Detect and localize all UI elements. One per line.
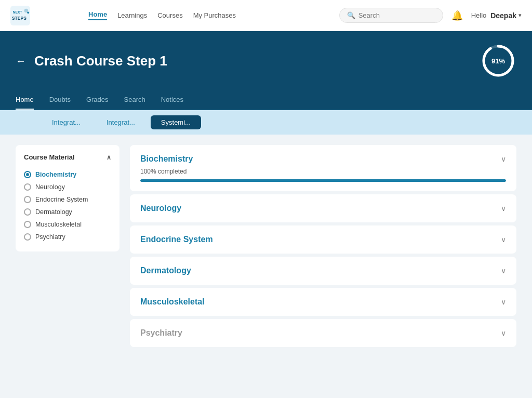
sidebar-item-biochemistry[interactable]: Biochemistry [24,168,111,181]
course-item-biochemistry[interactable]: Biochemistry ∨ 100% completed [130,145,516,191]
svg-point-4 [27,11,29,14]
course-item-dermatology[interactable]: Dermatology ∨ [130,257,516,285]
nav-right: 🔍 🔔 Hello Deepak ▾ [339,8,522,23]
course-item-title-neurology: Neurology [140,204,181,213]
nav-home[interactable]: Home [88,10,107,20]
sidebar-collapse-icon[interactable]: ∧ [107,154,111,161]
sidebar: Course Material ∧ Biochemistry Neurology… [16,145,119,251]
radio-dermatology [24,208,31,216]
chevron-right-neurology: ∨ [501,204,506,213]
user-name: Deepak [488,11,516,20]
logo[interactable]: NEXT STEPS [10,6,83,25]
course-title: Crash Course Step 1 [34,53,167,69]
course-header: ← Crash Course Step 1 91% [0,31,532,90]
tab-2[interactable]: Systemi... [151,115,201,129]
nav-purchases[interactable]: My Purchases [193,11,236,19]
radio-neurology [24,183,31,191]
sub-nav-home[interactable]: Home [16,90,34,110]
course-item-title-endocrine: Endocrine System [140,235,213,244]
user-greeting: Hello [471,11,487,19]
course-list: Biochemistry ∨ 100% completed Neurology … [130,145,516,398]
tab-1[interactable]: Integrat... [96,115,145,129]
nav-courses[interactable]: Courses [157,11,182,19]
svg-text:NEXT: NEXT [13,10,22,14]
sidebar-item-neurology[interactable]: Neurology [24,181,111,193]
sub-nav-doubts[interactable]: Doubts [49,90,71,110]
course-item-neurology[interactable]: Neurology ∨ [130,194,516,222]
back-button[interactable]: ← [16,55,26,67]
radio-psychiatry [24,233,31,241]
course-item-header-psychiatry: Psychiatry ∨ [140,328,506,338]
sidebar-item-psychiatry[interactable]: Psychiatry [24,231,111,243]
logo-icon: NEXT STEPS [10,6,30,25]
chevron-down-icon: ▾ [518,12,522,19]
course-item-title-musculoskeletal: Musculoskeletal [140,297,205,307]
course-item-header-dermatology: Dermatology ∨ [140,266,506,275]
progress-label: 91% [491,57,505,65]
progress-circle: 91% [480,43,516,79]
progress-bar-bg-biochemistry [140,179,506,182]
user-area[interactable]: Hello Deepak ▾ [471,11,522,20]
radio-musculoskeletal [24,221,31,228]
tab-0[interactable]: Integrat... [42,115,91,129]
sub-nav-grades[interactable]: Grades [86,90,109,110]
course-item-header-musculoskeletal: Musculoskeletal ∨ [140,297,506,307]
radio-biochemistry [24,171,31,178]
chevron-right-biochemistry: ∨ [501,155,506,163]
course-progress-text-biochemistry: 100% completed [140,168,506,175]
course-item-title-psychiatry: Psychiatry [140,328,182,338]
course-item-header-endocrine: Endocrine System ∨ [140,235,506,244]
sidebar-item-musculoskeletal[interactable]: Musculoskeletal [24,218,111,231]
tab-bar: Integrat... Integrat... Systemi... [0,110,532,135]
top-nav: NEXT STEPS Home Learnings Courses My Pur… [0,0,532,31]
search-bar[interactable]: 🔍 [339,8,443,23]
sidebar-item-dermatology[interactable]: Dermatology [24,206,111,218]
search-input[interactable] [358,11,435,19]
sidebar-item-endocrine[interactable]: Endocrine System [24,193,111,206]
search-icon: 🔍 [347,11,355,19]
chevron-right-psychiatry: ∨ [501,329,506,337]
course-item-musculoskeletal[interactable]: Musculoskeletal ∨ [130,288,516,316]
course-item-header-biochemistry: Biochemistry ∨ [140,154,506,164]
svg-text:STEPS: STEPS [12,15,26,20]
sub-nav: Home Doubts Grades Search Notices [0,90,532,110]
radio-endocrine [24,196,31,203]
course-item-psychiatry[interactable]: Psychiatry ∨ [130,319,516,347]
chevron-right-musculoskeletal: ∨ [501,298,506,306]
progress-bar-fill-biochemistry [140,179,506,182]
course-item-endocrine[interactable]: Endocrine System ∨ [130,225,516,254]
course-item-header-neurology: Neurology ∨ [140,204,506,213]
chevron-right-endocrine: ∨ [501,235,506,244]
main-content: Course Material ∧ Biochemistry Neurology… [0,135,532,398]
course-item-title-biochemistry: Biochemistry [140,154,193,164]
course-item-title-dermatology: Dermatology [140,266,191,275]
nav-learnings[interactable]: Learnings [117,11,147,19]
sidebar-title: Course Material ∧ [24,153,111,161]
sub-nav-search[interactable]: Search [124,90,145,110]
main-nav-links: Home Learnings Courses My Purchases [88,10,236,20]
sub-nav-notices[interactable]: Notices [161,90,183,110]
bell-icon[interactable]: 🔔 [451,10,463,21]
chevron-right-dermatology: ∨ [501,267,506,275]
